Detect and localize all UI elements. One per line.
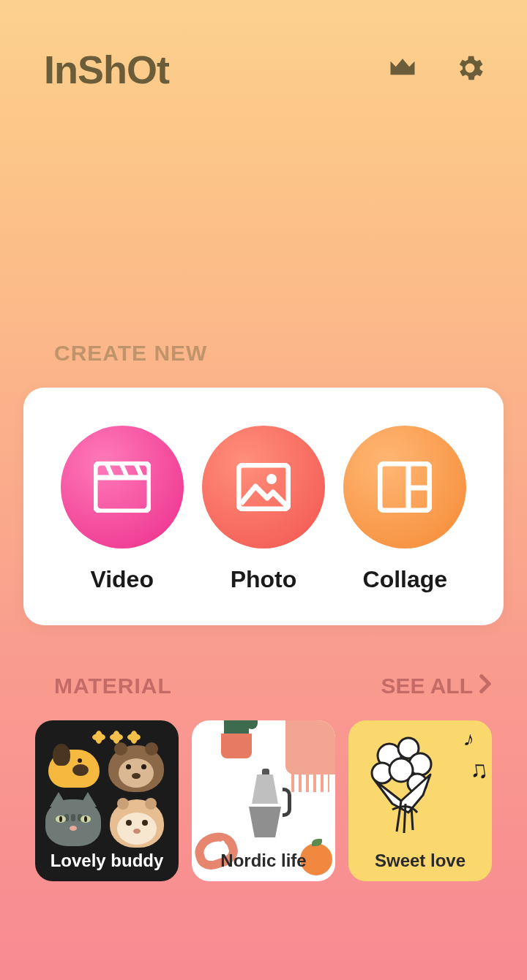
header-actions (386, 52, 486, 87)
video-icon (61, 426, 184, 549)
music-note-icon: ♪ (462, 727, 476, 752)
chevron-right-icon (479, 674, 492, 698)
collage-icon (343, 426, 466, 549)
create-photo-button[interactable]: Photo (202, 426, 325, 593)
create-collage-label: Collage (363, 566, 448, 593)
create-video-label: Video (90, 566, 154, 593)
app-logo: InShOt (44, 47, 169, 92)
material-card-label: Sweet love (375, 851, 466, 871)
material-card-label: Nordic life (220, 851, 306, 871)
photo-icon (202, 426, 325, 549)
settings-icon[interactable] (454, 52, 486, 87)
material-card-lovely-buddy[interactable]: Lovely buddy (35, 720, 179, 881)
crown-icon[interactable] (386, 52, 419, 87)
svg-point-6 (266, 474, 277, 484)
header: InShOt (0, 0, 527, 92)
material-header: MATERIAL SEE ALL (54, 674, 492, 698)
create-collage-button[interactable]: Collage (343, 426, 466, 593)
material-card-sweet-love[interactable]: ♪ ♫ Sweet love (348, 720, 492, 881)
material-row: Lovely buddy Nordic life ♪ ♫ (35, 720, 527, 881)
create-new-title: CREATE NEW (54, 341, 527, 366)
create-new-card: Video Photo Collage (23, 388, 504, 625)
create-photo-label: Photo (231, 566, 297, 593)
material-card-label: Lovely buddy (51, 851, 164, 871)
music-notes-icon: ♫ (467, 754, 490, 785)
see-all-button[interactable]: SEE ALL (381, 674, 492, 698)
see-all-label: SEE ALL (381, 674, 473, 698)
material-card-nordic-life[interactable]: Nordic life (192, 720, 335, 881)
create-video-button[interactable]: Video (61, 426, 184, 593)
material-title: MATERIAL (54, 674, 172, 698)
